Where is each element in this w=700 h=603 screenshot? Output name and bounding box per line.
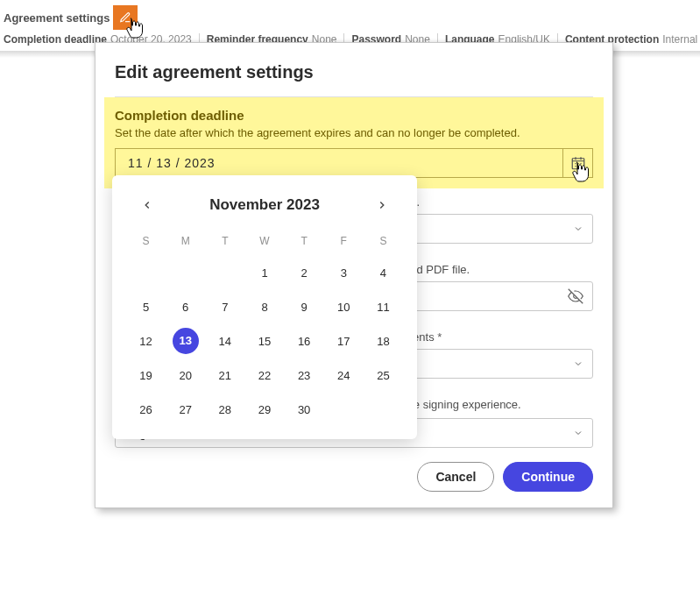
calendar-dow: T [286, 230, 322, 252]
calendar-dow: S [365, 230, 401, 252]
continue-button[interactable]: Continue [503, 462, 593, 492]
calendar-dow: M [167, 230, 203, 252]
calendar-month-label: November 2023 [209, 196, 320, 214]
calendar-day[interactable]: 20 [167, 362, 203, 389]
calendar-prev-button[interactable] [137, 195, 158, 216]
modal-title: Edit agreement settings [115, 62, 593, 82]
calendar-grid: SMTWTFS123456789101112131415161718192021… [128, 230, 401, 423]
chevron-down-icon [573, 358, 583, 369]
calendar-day[interactable]: 19 [128, 362, 164, 389]
calendar-next-button[interactable] [371, 195, 392, 216]
section-desc: Set the date after which the agreement e… [115, 126, 593, 139]
calendar-day[interactable]: 22 [246, 362, 282, 389]
calendar-day[interactable]: 13 [173, 328, 199, 354]
calendar-day[interactable]: 1 [246, 259, 282, 287]
calendar-day[interactable]: 4 [365, 259, 401, 287]
calendar-day[interactable]: 30 [286, 396, 322, 423]
calendar-day[interactable]: 25 [365, 362, 401, 389]
calendar-day[interactable]: 6 [167, 294, 203, 321]
calendar-day[interactable]: 28 [207, 396, 243, 423]
calendar-day[interactable]: 9 [286, 294, 322, 321]
modal-footer: Cancel Continue [95, 448, 612, 492]
calendar-day[interactable]: 15 [246, 328, 282, 355]
calendar-day[interactable]: 26 [128, 396, 164, 423]
date-value: 11 / 13 / 2023 [116, 156, 562, 170]
pencil-icon [119, 11, 131, 24]
chevron-right-icon [376, 199, 388, 211]
calendar-day[interactable]: 10 [326, 294, 362, 321]
calendar-day[interactable]: 2 [286, 259, 322, 287]
calendar-day[interactable]: 14 [207, 328, 243, 355]
calendar-day[interactable]: 17 [326, 328, 362, 355]
calendar-day[interactable]: 27 [167, 396, 203, 423]
section-title: Completion deadline [115, 108, 593, 123]
header-bar: Agreement settings Completion deadline O… [0, 0, 700, 47]
calendar-header: November 2023 [128, 195, 401, 216]
calendar-day[interactable]: 12 [128, 328, 164, 355]
calendar-dow: T [207, 230, 243, 252]
calendar-dow: W [246, 230, 282, 252]
calendar-popup: November 2023 SMTWTFS1234567891011121314… [112, 175, 417, 439]
calendar-dow: S [128, 230, 164, 252]
chevron-left-icon [141, 199, 153, 211]
calendar-day[interactable]: 24 [326, 362, 362, 389]
chevron-down-icon [573, 223, 583, 234]
calendar-day[interactable]: 5 [128, 294, 164, 321]
calendar-day[interactable]: 7 [207, 294, 243, 321]
calendar-dow: F [326, 230, 362, 252]
cancel-button[interactable]: Cancel [417, 462, 494, 492]
calendar-day[interactable]: 11 [365, 294, 401, 321]
calendar-day[interactable]: 8 [246, 294, 282, 321]
date-input[interactable]: 11 / 13 / 2023 [115, 148, 593, 178]
edit-settings-button[interactable] [113, 5, 138, 30]
chevron-down-icon [573, 428, 583, 438]
calendar-day[interactable]: 18 [365, 328, 401, 355]
calendar-button[interactable] [562, 148, 592, 178]
header-title-row: Agreement settings [4, 5, 696, 30]
calendar-day[interactable]: 29 [246, 396, 282, 423]
page-title: Agreement settings [4, 11, 110, 25]
calendar-day[interactable]: 16 [286, 328, 322, 355]
calendar-day[interactable]: 3 [326, 259, 362, 287]
calendar-day[interactable]: 23 [286, 362, 322, 389]
calendar-day[interactable]: 21 [207, 362, 243, 389]
calendar-icon [570, 155, 586, 171]
eye-off-icon [568, 288, 583, 304]
